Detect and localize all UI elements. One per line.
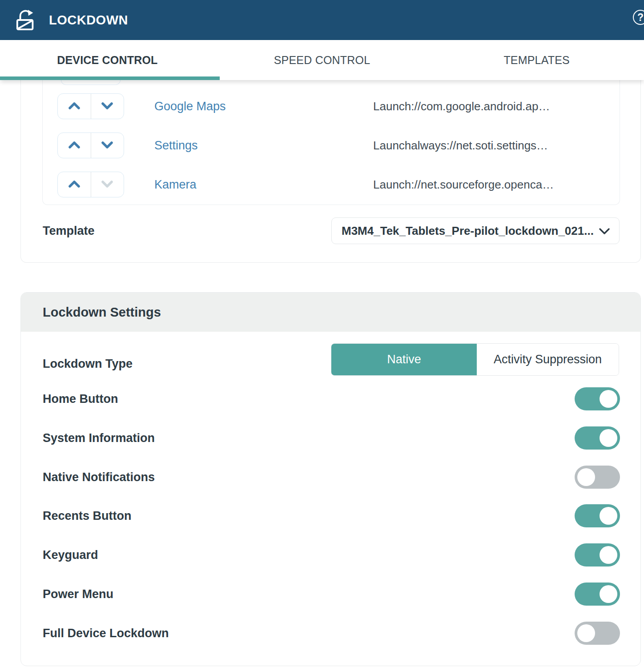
template-select[interactable]: M3M4_Tek_Tablets_Pre-pilot_lockdown_021.… (331, 217, 620, 244)
chevron-up-icon (68, 101, 81, 112)
tab-templates[interactable]: TEMPLATES (429, 40, 644, 80)
toggle-knob (577, 468, 595, 486)
app-launch-uri: Launch://com.google.android.ap… (373, 93, 550, 119)
app-name-link[interactable]: Settings (154, 133, 198, 158)
move-down-button[interactable] (91, 172, 124, 197)
lockdown-type-label: Lockdown Type (43, 348, 133, 380)
keyguard-toggle[interactable] (575, 543, 620, 567)
app-name-link[interactable]: Kamera (154, 172, 197, 197)
list-item: Settings Launchalways://net.soti.setting… (43, 133, 620, 158)
native-notifications-toggle[interactable] (575, 466, 620, 489)
toggle-knob (600, 585, 617, 603)
device-control-content: Google Maps Launch://com.google.android.… (0, 80, 644, 667)
chevron-down-icon (101, 101, 114, 112)
move-down-button[interactable] (91, 133, 124, 158)
template-selected-value: M3M4_Tek_Tablets_Pre-pilot_lockdown_021.… (342, 224, 594, 238)
chevron-down-icon (599, 224, 610, 238)
tab-speed-control[interactable]: SPEED CONTROL (215, 40, 430, 80)
app-header: LOCKDOWN ? (0, 0, 644, 40)
unlock-arrow-icon (15, 8, 37, 32)
lockdown-settings-panel: Lockdown Settings Lockdown Type Native A… (20, 292, 641, 666)
move-down-button[interactable] (91, 94, 124, 119)
reorder-buttons (57, 172, 124, 197)
toggle-knob (600, 546, 617, 564)
active-tab-indicator (0, 76, 220, 80)
chevron-up-icon (68, 141, 81, 151)
toggle-knob (600, 429, 617, 447)
home-button-label: Home Button (43, 387, 118, 410)
chevron-down-icon (101, 141, 114, 151)
help-icon[interactable]: ? (633, 10, 644, 25)
tab-device-control[interactable]: DEVICE CONTROL (0, 40, 215, 80)
native-notifications-label: Native Notifications (43, 466, 155, 489)
lockdown-type-option-native[interactable]: Native (331, 344, 477, 375)
move-up-button[interactable] (58, 94, 91, 119)
recents-button-label: Recents Button (43, 504, 132, 527)
home-button-toggle[interactable] (575, 387, 620, 410)
power-menu-toggle[interactable] (575, 583, 620, 606)
keyguard-label: Keyguard (43, 543, 98, 567)
app-launch-uri: Launchalways://net.soti.settings… (373, 133, 548, 158)
list-item: Kamera Launch://net.sourceforge.openca… (43, 172, 620, 197)
reorder-buttons (57, 133, 124, 158)
full-device-lockdown-label: Full Device Lockdown (43, 622, 169, 645)
toggle-knob (600, 390, 617, 408)
section-header: Lockdown Settings (21, 293, 640, 332)
power-menu-label: Power Menu (43, 583, 113, 606)
recents-button-toggle[interactable] (575, 504, 620, 527)
toggle-knob (577, 624, 595, 642)
app-lockdown-list: Google Maps Launch://com.google.android.… (42, 80, 620, 205)
app-name-link[interactable]: Google Maps (154, 93, 226, 119)
lockdown-screen: LOCKDOWN ? DEVICE CONTROL SPEED CONTROL … (0, 0, 644, 667)
chevron-up-icon (68, 180, 81, 190)
section-title: Lockdown Settings (43, 305, 161, 320)
reorder-buttons (57, 93, 124, 119)
chevron-down-icon (101, 180, 114, 190)
move-up-button[interactable] (58, 172, 91, 197)
page-title: LOCKDOWN (49, 13, 128, 28)
full-device-lockdown-toggle[interactable] (575, 622, 620, 645)
template-label: Template (43, 217, 95, 244)
toggle-knob (600, 507, 617, 525)
tab-bar: DEVICE CONTROL SPEED CONTROL TEMPLATES (0, 40, 644, 80)
lockdown-type-segmented: Native Activity Suppression (331, 343, 619, 376)
move-up-button[interactable] (58, 133, 91, 158)
app-launch-uri: Launch://net.sourceforge.openca… (373, 172, 554, 197)
system-information-toggle[interactable] (575, 426, 620, 450)
lockdown-type-option-activity-suppression[interactable]: Activity Suppression (477, 344, 619, 375)
device-control-panel: Google Maps Launch://com.google.android.… (20, 80, 641, 263)
list-item: Google Maps Launch://com.google.android.… (43, 93, 620, 119)
system-information-label: System Information (43, 426, 155, 450)
list-item-partial (61, 80, 121, 85)
